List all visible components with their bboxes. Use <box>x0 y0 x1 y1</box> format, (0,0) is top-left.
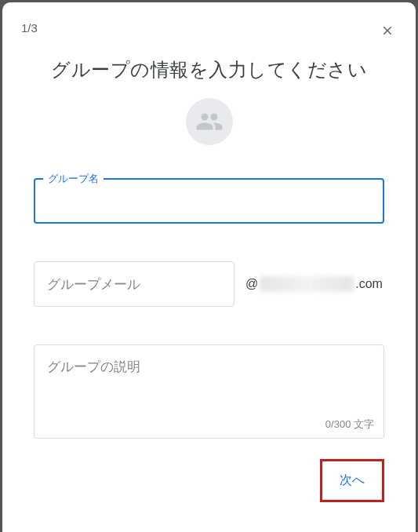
group-name-input[interactable] <box>46 180 372 222</box>
next-button[interactable]: 次へ <box>320 459 384 502</box>
close-icon <box>380 24 394 38</box>
group-description-input[interactable]: グループの説明 0/300 文字 <box>34 344 384 439</box>
form: グループ名 グループメール @ .com グループの説明 0/300 文字 <box>21 178 397 439</box>
group-name-field: グループ名 <box>34 178 384 224</box>
group-name-label: グループ名 <box>43 172 104 186</box>
group-email-placeholder: グループメール <box>47 275 140 293</box>
group-email-input[interactable]: グループメール <box>34 261 234 307</box>
redacted-domain <box>260 276 354 292</box>
next-button-label: 次へ <box>340 473 365 486</box>
group-email-row: グループメール @ .com <box>34 261 384 307</box>
dialog-title: グループの情報を入力してください <box>21 57 397 82</box>
email-domain: @ .com <box>245 276 383 292</box>
dialog-header: 1/3 <box>21 21 397 40</box>
group-name-input-wrap: グループ名 <box>34 178 384 224</box>
domain-suffix: .com <box>355 277 383 291</box>
at-symbol: @ <box>245 277 258 291</box>
create-group-dialog: 1/3 グループの情報を入力してください グループ名 グループメール @ .co… <box>2 2 416 532</box>
step-indicator: 1/3 <box>21 21 38 35</box>
group-avatar <box>186 98 233 145</box>
group-description-field: グループの説明 0/300 文字 <box>34 344 384 439</box>
dialog-footer: 次へ <box>21 453 397 502</box>
close-button[interactable] <box>378 21 397 40</box>
group-description-placeholder: グループの説明 <box>47 358 371 376</box>
char-counter: 0/300 文字 <box>325 417 374 432</box>
group-icon <box>195 107 224 136</box>
